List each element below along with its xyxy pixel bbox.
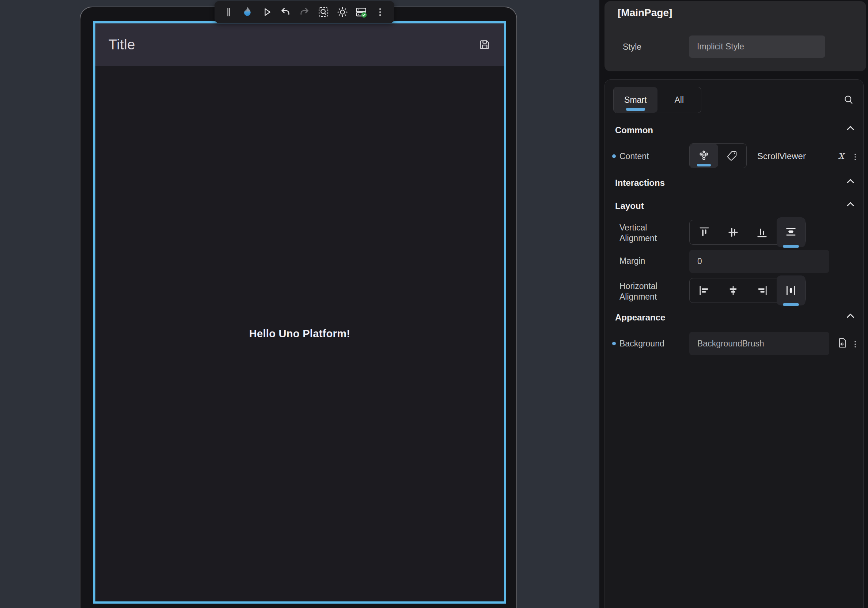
valign-top-button[interactable] bbox=[690, 220, 719, 244]
style-input[interactable]: Implicit Style bbox=[689, 36, 825, 58]
halign-right-button[interactable] bbox=[748, 278, 777, 303]
valign-stretch-button[interactable] bbox=[777, 217, 806, 247]
halign-stretch-button[interactable] bbox=[777, 275, 806, 305]
halign-left-button[interactable] bbox=[690, 278, 719, 303]
tab-all[interactable]: All bbox=[657, 87, 701, 113]
valign-bottom-button[interactable] bbox=[748, 220, 777, 244]
chevron-up-icon[interactable] bbox=[844, 198, 857, 211]
margin-input[interactable]: 0 bbox=[689, 250, 829, 273]
content-label: Content bbox=[620, 151, 649, 161]
section-layout[interactable]: Layout bbox=[615, 201, 644, 211]
more-options-icon[interactable] bbox=[372, 4, 389, 20]
hot-design-flame-icon[interactable] bbox=[239, 4, 256, 20]
background-input[interactable]: BackgroundBrush bbox=[689, 332, 829, 355]
section-interactions[interactable]: Interactions bbox=[615, 178, 665, 188]
tab-smart[interactable]: Smart bbox=[614, 87, 657, 113]
chevron-up-icon[interactable] bbox=[844, 122, 857, 135]
halign-center-button[interactable] bbox=[719, 278, 747, 303]
toggle-selected-indicator bbox=[783, 245, 799, 248]
resource-document-icon[interactable] bbox=[836, 337, 848, 349]
selection-header-card: [MainPage] Style Implicit Style bbox=[604, 1, 866, 72]
valign-center-button[interactable] bbox=[719, 220, 747, 244]
selected-page-outline[interactable]: Title Hello Uno Platform! bbox=[93, 21, 506, 603]
horizontal-alignment-toggle bbox=[689, 278, 806, 303]
background-value: BackgroundBrush bbox=[698, 339, 764, 348]
play-icon[interactable] bbox=[258, 4, 275, 20]
search-icon[interactable] bbox=[842, 94, 855, 106]
devserver-connected-icon[interactable] bbox=[353, 4, 369, 20]
modified-dot bbox=[612, 154, 616, 158]
tab-smart-label: Smart bbox=[624, 95, 646, 105]
redo-icon bbox=[296, 4, 313, 20]
horizontal-alignment-label: Horizontal Alignment bbox=[620, 281, 674, 302]
properties-body: Smart All Common bbox=[604, 79, 863, 608]
grip-handle-icon[interactable] bbox=[220, 4, 237, 20]
content-value[interactable]: ScrollViewer bbox=[757, 151, 806, 161]
margin-value: 0 bbox=[698, 257, 702, 266]
style-label: Style bbox=[623, 42, 642, 52]
property-filter-tabs: Smart All bbox=[613, 87, 701, 113]
chevron-up-icon[interactable] bbox=[844, 310, 857, 322]
vertical-alignment-toggle bbox=[689, 220, 806, 245]
selected-element-title: [MainPage] bbox=[618, 7, 672, 19]
content-more-icon[interactable] bbox=[849, 151, 862, 163]
hello-text: Hello Uno Platform! bbox=[249, 328, 350, 340]
margin-label: Margin bbox=[620, 256, 645, 266]
tab-all-label: All bbox=[674, 95, 684, 105]
inspector-panel: [MainPage] Style Implicit Style Smart Al… bbox=[599, 0, 868, 608]
app-title-text: Title bbox=[108, 37, 135, 53]
app-page-content[interactable]: Hello Uno Platform! bbox=[95, 66, 504, 602]
hot-design-toolbar bbox=[214, 1, 394, 23]
style-value: Implicit Style bbox=[697, 42, 744, 51]
element-picker-icon[interactable] bbox=[315, 4, 332, 20]
markup-x-icon[interactable]: x bbox=[838, 149, 844, 161]
vertical-alignment-label: Vertical Alignment bbox=[620, 222, 674, 244]
chevron-up-icon[interactable] bbox=[844, 175, 857, 188]
save-icon[interactable] bbox=[478, 39, 491, 51]
section-common[interactable]: Common bbox=[615, 125, 653, 135]
hot-design-window: Title Hello Uno Platform! bbox=[0, 0, 868, 608]
tab-selected-indicator bbox=[626, 108, 645, 111]
undo-icon[interactable] bbox=[277, 4, 294, 20]
background-more-icon[interactable] bbox=[849, 338, 862, 350]
background-label: Background bbox=[620, 339, 665, 348]
theme-sun-icon[interactable] bbox=[334, 4, 351, 20]
modified-dot bbox=[612, 342, 616, 345]
section-appearance[interactable]: Appearance bbox=[615, 313, 665, 323]
content-mode-toggle bbox=[689, 143, 747, 168]
toggle-selected-indicator bbox=[697, 164, 711, 166]
app-titlebar[interactable]: Title bbox=[95, 23, 504, 66]
content-tag-mode-button[interactable] bbox=[718, 144, 747, 168]
toggle-selected-indicator bbox=[783, 303, 799, 306]
content-binding-mode-button[interactable] bbox=[690, 144, 718, 168]
